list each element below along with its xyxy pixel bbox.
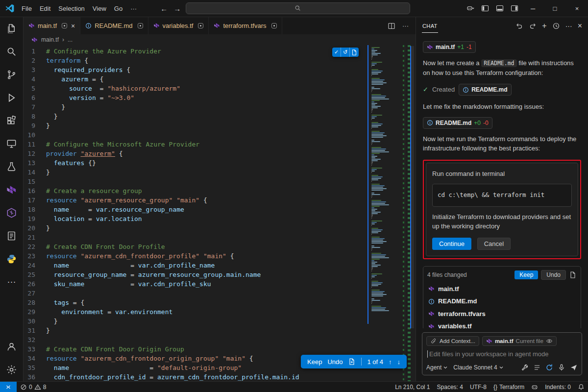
view-diff-icon[interactable]	[569, 271, 577, 279]
terraform-view-icon[interactable]	[0, 178, 24, 201]
indents-status[interactable]: Indents: 0	[541, 382, 574, 392]
paperclip-icon	[430, 338, 437, 344]
accounts-icon[interactable]	[0, 335, 24, 358]
undo-button[interactable]: Undo	[327, 358, 343, 366]
code-area[interactable]: 1# Configure the Azure Provider2terrafor…	[24, 45, 368, 381]
breadcrumb-chevron-icon: ›	[62, 36, 64, 43]
menu-selection[interactable]: Selection	[54, 3, 88, 14]
instructions-list-icon[interactable]	[533, 364, 541, 371]
chat-redo-icon[interactable]	[529, 22, 537, 30]
encoding[interactable]: UTF-8	[466, 382, 490, 392]
nav-forward-icon[interactable]: →	[173, 4, 181, 13]
eye-icon[interactable]	[546, 338, 553, 344]
problems-indicator[interactable]: 0 8	[17, 382, 49, 392]
menu-more[interactable]: ···	[126, 3, 141, 14]
current-file-chip[interactable]: main.tf Current file	[482, 336, 557, 346]
testing-icon[interactable]	[0, 155, 24, 178]
window-minimize-button[interactable]: ─	[522, 0, 544, 17]
copilot-status-icon[interactable]	[528, 382, 541, 392]
remote-indicator[interactable]	[0, 382, 17, 392]
menu-view[interactable]: View	[89, 3, 110, 14]
indentation[interactable]: Spaces: 4	[434, 382, 466, 392]
send-icon[interactable]	[570, 364, 578, 371]
command-center-search[interactable]	[186, 2, 410, 14]
split-editor-icon[interactable]	[388, 22, 395, 30]
settings-gear-icon[interactable]	[0, 358, 24, 381]
tool-description: Initialize Terraform to download provide…	[432, 212, 572, 231]
tab-main-tf[interactable]: main.tf ×	[24, 17, 80, 34]
microphone-icon[interactable]	[558, 364, 565, 371]
created-file-row: ✓ Created README.md	[423, 84, 581, 96]
minimap[interactable]	[368, 45, 405, 381]
continue-button[interactable]: Continue	[432, 238, 471, 250]
editor-more-actions-icon[interactable]: ···	[402, 22, 409, 29]
cursor-position[interactable]: Ln 210, Col 1	[392, 382, 433, 392]
terraform-file-icon	[427, 44, 433, 50]
chat-tab[interactable]: CHAT	[422, 19, 438, 33]
inline-code: README.md	[481, 59, 516, 67]
breadcrumb[interactable]: main.tf › ...	[24, 34, 416, 45]
changed-file-row[interactable]: terraform.tfvars	[423, 308, 581, 320]
run-debug-icon[interactable]	[0, 86, 24, 109]
model-picker[interactable]: Claude Sonnet 4	[453, 364, 503, 371]
undo-all-button[interactable]: Undo	[541, 270, 566, 280]
agent-loop-icon[interactable]	[545, 364, 553, 371]
menu-file[interactable]: File	[18, 3, 36, 14]
chat-input-box[interactable]: Add Context... main.tf Current file Edit…	[422, 332, 582, 375]
keep-all-button[interactable]: Keep	[514, 270, 538, 279]
extensions-icon[interactable]	[0, 109, 24, 132]
copilot-menu-icon[interactable]	[463, 1, 478, 15]
status-bar: 0 8 Ln 210, Col 1 Spaces: 4 UTF-8 {}Terr…	[0, 381, 588, 392]
tab-terraform-tfvars[interactable]: terraform.tfvars	[209, 17, 282, 34]
chat-close-icon[interactable]: ×	[578, 22, 582, 30]
toggle-panel-icon[interactable]	[492, 1, 507, 15]
window-maximize-button[interactable]: □	[544, 0, 566, 17]
breadcrumb-file[interactable]: main.tf	[41, 36, 59, 43]
overview-ruler-scrollbar[interactable]	[405, 45, 416, 381]
nav-back-icon[interactable]: ←	[160, 4, 168, 13]
notebook-icon[interactable]	[0, 224, 24, 247]
tab-readme-md[interactable]: README.md	[80, 17, 148, 34]
discard-change-button[interactable]: ↺	[341, 48, 350, 57]
terraform-cloud-icon[interactable]	[0, 201, 24, 224]
explorer-icon[interactable]	[0, 17, 24, 40]
terminal-command[interactable]: cd c:\temp\ && terraform init	[432, 184, 572, 207]
source-control-icon[interactable]	[0, 63, 24, 86]
next-change-icon[interactable]: ↓	[397, 358, 401, 366]
accept-change-button[interactable]: ✓	[332, 48, 341, 57]
add-context-button[interactable]: Add Context...	[426, 336, 479, 346]
changed-file-row[interactable]: main.tf	[423, 283, 581, 295]
changed-file-row[interactable]: variables.tf	[423, 320, 581, 328]
changed-file-chip[interactable]: main.tf +1 -1	[423, 41, 476, 53]
breadcrumb-rest[interactable]: ...	[68, 36, 73, 43]
previous-change-icon[interactable]: ↑	[389, 358, 392, 366]
toggle-primary-sidebar-icon[interactable]	[478, 1, 492, 15]
tools-wrench-icon[interactable]	[521, 364, 529, 371]
chat-history-icon[interactable]	[552, 22, 560, 30]
search-view-icon[interactable]	[0, 40, 24, 63]
changed-file-chip[interactable]: README.md +0 -0	[423, 117, 492, 129]
changed-file-row[interactable]: README.md	[423, 295, 581, 308]
remote-explorer-icon[interactable]	[0, 132, 24, 155]
tab-close-icon[interactable]: ×	[71, 22, 75, 30]
open-file-button[interactable]	[350, 48, 359, 57]
notifications-bell-icon[interactable]	[574, 382, 588, 392]
chat-more-icon[interactable]: ···	[565, 23, 572, 29]
toggle-secondary-sidebar-icon[interactable]	[507, 1, 522, 15]
chat-text-input[interactable]: Edit files in your workspace in agent mo…	[426, 350, 578, 364]
editor[interactable]: 1# Configure the Azure Provider2terrafor…	[24, 45, 416, 381]
cancel-button[interactable]: Cancel	[477, 238, 511, 250]
menu-go[interactable]: Go	[110, 3, 126, 14]
new-chat-icon[interactable]: +	[542, 22, 546, 30]
chat-undo-icon[interactable]	[515, 22, 523, 30]
mode-picker[interactable]: Agent	[426, 364, 447, 371]
created-file-chip[interactable]: README.md	[459, 84, 511, 96]
menu-edit[interactable]: Edit	[36, 3, 54, 14]
window-close-button[interactable]: ×	[566, 0, 588, 17]
python-icon[interactable]	[0, 247, 24, 270]
tab-variables-tf[interactable]: variables.tf	[148, 17, 209, 34]
keep-button[interactable]: Keep	[307, 358, 322, 366]
file-diff-icon[interactable]	[348, 358, 356, 366]
activity-more-icon[interactable]: ···	[0, 270, 24, 294]
language-mode[interactable]: {}Terraform	[490, 382, 528, 392]
